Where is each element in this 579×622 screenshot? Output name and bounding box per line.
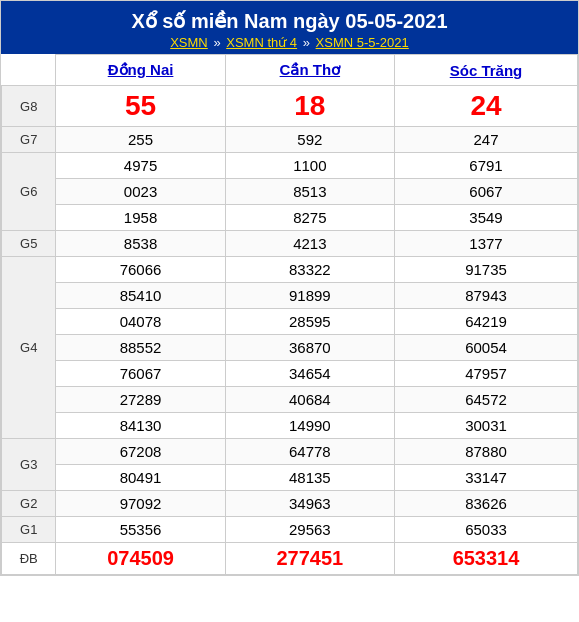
g6-val-3-2: 6067	[395, 179, 578, 205]
g8-val-2: 18	[225, 86, 394, 127]
g7-val-3: 247	[395, 127, 578, 153]
g6-val-1-1: 4975	[56, 153, 225, 179]
g6-val-2-2: 8513	[225, 179, 394, 205]
g8-val-3: 24	[395, 86, 578, 127]
header-links: XSMN » XSMN thứ 4 » XSMN 5-5-2021	[5, 35, 574, 50]
g6-row-1: G6 4975 1100 6791	[2, 153, 578, 179]
col-can-tho: Cần Thơ	[225, 55, 394, 86]
results-table: Đồng Nai Cần Thơ Sóc Trăng G8 55 18 24 G…	[1, 54, 578, 575]
main-container: Xổ số miền Nam ngày 05-05-2021 XSMN » XS…	[0, 0, 579, 576]
g3-row-2: 80491 48135 33147	[2, 465, 578, 491]
g4-val-3-4: 60054	[395, 335, 578, 361]
g7-row: G7 255 592 247	[2, 127, 578, 153]
g8-val-1: 55	[56, 86, 225, 127]
g1-row: G1 55356 29563 65033	[2, 517, 578, 543]
g4-val-2-7: 14990	[225, 413, 394, 439]
col-dong-nai: Đồng Nai	[56, 55, 225, 86]
g4-row-2: 85410 91899 87943	[2, 283, 578, 309]
link-xsmn-thu4[interactable]: XSMN thứ 4	[226, 35, 297, 50]
g8-row: G8 55 18 24	[2, 86, 578, 127]
g3-val-1-1: 67208	[56, 439, 225, 465]
g3-val-2-1: 64778	[225, 439, 394, 465]
g6-val-3-3: 3549	[395, 205, 578, 231]
g5-val-3: 1377	[395, 231, 578, 257]
link-xsmn[interactable]: XSMN	[170, 35, 208, 50]
g6-val-2-3: 8275	[225, 205, 394, 231]
g5-label: G5	[2, 231, 56, 257]
g5-val-1: 8538	[56, 231, 225, 257]
g3-val-2-2: 48135	[225, 465, 394, 491]
g4-val-1-7: 84130	[56, 413, 225, 439]
g4-val-3-7: 30031	[395, 413, 578, 439]
g2-val-3: 83626	[395, 491, 578, 517]
g6-val-3-1: 6791	[395, 153, 578, 179]
g7-label: G7	[2, 127, 56, 153]
g4-val-1-2: 85410	[56, 283, 225, 309]
g4-row-3: 04078 28595 64219	[2, 309, 578, 335]
db-val-2: 277451	[225, 543, 394, 575]
g4-row-6: 27289 40684 64572	[2, 387, 578, 413]
g1-val-1: 55356	[56, 517, 225, 543]
g6-val-1-3: 1958	[56, 205, 225, 231]
db-label: ĐB	[2, 543, 56, 575]
g4-val-2-3: 28595	[225, 309, 394, 335]
g5-row: G5 8538 4213 1377	[2, 231, 578, 257]
g4-val-2-6: 40684	[225, 387, 394, 413]
db-row: ĐB 074509 277451 653314	[2, 543, 578, 575]
column-headers: Đồng Nai Cần Thơ Sóc Trăng	[2, 55, 578, 86]
g5-val-2: 4213	[225, 231, 394, 257]
header: Xổ số miền Nam ngày 05-05-2021 XSMN » XS…	[1, 1, 578, 54]
g8-label: G8	[2, 86, 56, 127]
g1-val-2: 29563	[225, 517, 394, 543]
g4-row-1: G4 76066 83322 91735	[2, 257, 578, 283]
col-soc-trang: Sóc Trăng	[395, 55, 578, 86]
g1-label: G1	[2, 517, 56, 543]
g6-label: G6	[2, 153, 56, 231]
g4-val-1-6: 27289	[56, 387, 225, 413]
header-title: Xổ số miền Nam ngày 05-05-2021	[5, 9, 574, 33]
g2-val-1: 97092	[56, 491, 225, 517]
g3-label: G3	[2, 439, 56, 491]
g4-val-2-5: 34654	[225, 361, 394, 387]
g2-row: G2 97092 34963 83626	[2, 491, 578, 517]
g6-row-3: 1958 8275 3549	[2, 205, 578, 231]
g1-val-3: 65033	[395, 517, 578, 543]
g4-val-3-3: 64219	[395, 309, 578, 335]
g4-row-4: 88552 36870 60054	[2, 335, 578, 361]
db-val-1: 074509	[56, 543, 225, 575]
g4-val-2-1: 83322	[225, 257, 394, 283]
g2-label: G2	[2, 491, 56, 517]
g3-row-1: G3 67208 64778 87880	[2, 439, 578, 465]
g3-val-1-2: 80491	[56, 465, 225, 491]
g6-row-2: 0023 8513 6067	[2, 179, 578, 205]
g4-row-5: 76067 34654 47957	[2, 361, 578, 387]
g6-val-2-1: 1100	[225, 153, 394, 179]
g4-row-7: 84130 14990 30031	[2, 413, 578, 439]
g4-val-1-5: 76067	[56, 361, 225, 387]
g4-val-3-6: 64572	[395, 387, 578, 413]
g4-val-2-2: 91899	[225, 283, 394, 309]
db-val-3: 653314	[395, 543, 578, 575]
g3-val-3-2: 33147	[395, 465, 578, 491]
g4-val-1-1: 76066	[56, 257, 225, 283]
g4-label: G4	[2, 257, 56, 439]
label-col-header	[2, 55, 56, 86]
g7-val-2: 592	[225, 127, 394, 153]
g7-val-1: 255	[56, 127, 225, 153]
g4-val-3-5: 47957	[395, 361, 578, 387]
g4-val-2-4: 36870	[225, 335, 394, 361]
g6-val-1-2: 0023	[56, 179, 225, 205]
g3-val-3-1: 87880	[395, 439, 578, 465]
link-xsmn-date[interactable]: XSMN 5-5-2021	[316, 35, 409, 50]
g2-val-2: 34963	[225, 491, 394, 517]
g4-val-1-3: 04078	[56, 309, 225, 335]
g4-val-1-4: 88552	[56, 335, 225, 361]
g4-val-3-2: 87943	[395, 283, 578, 309]
g4-val-3-1: 91735	[395, 257, 578, 283]
